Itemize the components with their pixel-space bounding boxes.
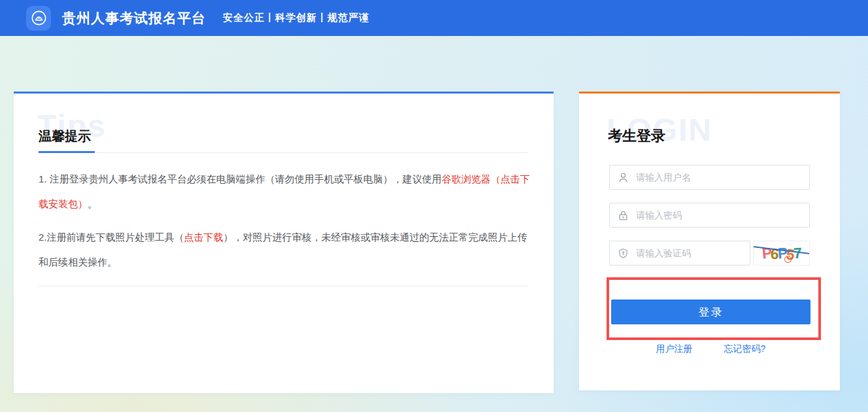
- tip1-text-end: 。: [88, 198, 97, 209]
- login-links-row: 用户注册 忘记密码?: [611, 343, 810, 355]
- exam-registration-login-page: { "header": { "title": "贵州人事考试报名平台", "sl…: [0, 0, 868, 412]
- captcha-field[interactable]: [609, 241, 750, 266]
- captcha-input[interactable]: [636, 248, 742, 258]
- site-title: 贵州人事考试报名平台: [62, 9, 206, 27]
- login-button[interactable]: 登录: [611, 300, 810, 324]
- top-header-bar: 贵州人事考试报名平台 安全公正丨科学创新丨规范严谨: [0, 0, 868, 36]
- captcha-image[interactable]: P6P57: [753, 241, 810, 266]
- site-logo: [26, 6, 51, 31]
- tips-heading-underline-accent: [39, 151, 95, 153]
- forgot-password-link[interactable]: 忘记密码?: [724, 343, 766, 355]
- tip-item-2: 2.注册前请先下载照片处理工具（点击下载），对照片进行审核，未经审核或审核未通过…: [39, 225, 530, 275]
- site-slogan: 安全公正丨科学创新丨规范严谨: [223, 12, 369, 24]
- username-input[interactable]: [636, 172, 801, 182]
- emblem-icon: [30, 9, 48, 27]
- captcha-noise-circle: [784, 256, 792, 263]
- password-input[interactable]: [636, 210, 801, 220]
- chrome-browser-link[interactable]: 谷歌浏览器: [442, 173, 491, 184]
- login-heading: 考生登录: [608, 126, 665, 146]
- tip-item-1: 1. 注册登录贵州人事考试报名平台必须在电脑端操作（请勿使用手机或平板电脑），建…: [39, 167, 530, 216]
- tip2-text: 2.注册前请先下载照片处理工具（: [39, 232, 184, 243]
- tips-heading: 温馨提示: [39, 128, 529, 145]
- lock-icon: [618, 210, 629, 221]
- shield-captcha-icon: [618, 248, 629, 259]
- register-link[interactable]: 用户注册: [656, 343, 693, 355]
- tips-heading-underline: [39, 151, 529, 153]
- username-field[interactable]: [609, 165, 810, 190]
- tips-divider: [39, 286, 529, 286]
- tip1-text: 1. 注册登录贵州人事考试报名平台必须在电脑端操作（请勿使用手机或平板电脑），建…: [39, 173, 442, 184]
- login-panel: LOGIN 考生登录: [579, 92, 840, 390]
- photo-tool-download-link[interactable]: 点击下载: [184, 232, 224, 243]
- user-icon: [618, 172, 629, 183]
- password-field[interactable]: [609, 203, 810, 228]
- tips-panel: Tips 温馨提示 1. 注册登录贵州人事考试报名平台必须在电脑端操作（请勿使用…: [14, 92, 554, 393]
